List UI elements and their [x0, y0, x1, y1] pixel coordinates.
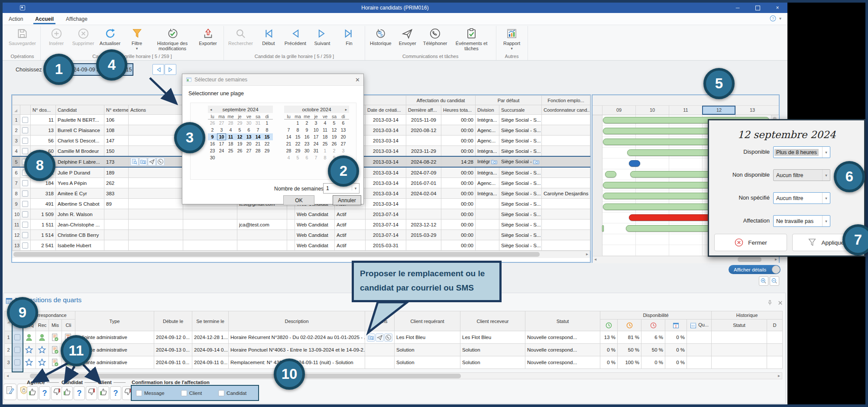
confirmation-option-candidat[interactable]: Candidat — [218, 390, 246, 396]
calendar-day[interactable]: 22 — [262, 140, 272, 147]
calendar-day[interactable] — [244, 154, 253, 161]
calendar-day[interactable]: 7 — [284, 126, 293, 133]
ribbon-button-filtre[interactable]: Filtre▾ — [123, 26, 150, 51]
column-header[interactable] — [618, 320, 641, 331]
row-checkbox[interactable] — [22, 148, 28, 154]
table-row[interactable]: 132 541Isabelle HubertWeb CandidatActif2… — [13, 240, 590, 251]
candidat-question-button[interactable]: ? — [74, 386, 85, 400]
calendar-week-row[interactable]: 16171819202122 — [208, 140, 273, 147]
calendar-day[interactable]: 2 — [330, 147, 339, 154]
calendar-day[interactable]: 8 — [293, 126, 302, 133]
maximize-button[interactable] — [748, 3, 768, 13]
calendar-day[interactable]: 29 — [293, 147, 302, 154]
calendar-day[interactable]: 11 — [226, 133, 235, 140]
calendar-prev-icon[interactable]: ◂ — [208, 107, 214, 112]
column-header[interactable]: N° externe — [104, 105, 129, 115]
column-header[interactable] — [665, 320, 687, 331]
calendar-day[interactable] — [262, 154, 272, 161]
doc-search-action[interactable] — [130, 158, 139, 166]
calendar-day[interactable]: 5 — [235, 126, 244, 133]
calendar-day[interactable]: 14 — [253, 133, 262, 140]
gantt-day-column-13[interactable]: 13 — [735, 106, 769, 115]
gantt-day-column-11[interactable]: 11 — [669, 106, 702, 115]
availability-bar[interactable] — [629, 160, 640, 167]
calendar-day[interactable]: 12 — [330, 126, 339, 133]
calendar-day[interactable]: 19 — [330, 133, 339, 140]
send-action[interactable] — [376, 333, 384, 342]
calendar-day[interactable]: 28 — [253, 147, 262, 154]
row-checkbox[interactable] — [22, 222, 28, 228]
proposal-row[interactable]: 2Adjointe administrative2024-09-13 0...2… — [5, 344, 783, 356]
proposal-row[interactable]: 1Adjointe administrative2024-09-12 0...2… — [5, 331, 783, 344]
calendar-day[interactable]: 18 — [321, 133, 330, 140]
minimize-button[interactable]: ─ — [728, 3, 748, 13]
row-checkbox[interactable] — [22, 191, 28, 197]
column-header[interactable]: Mis — [49, 320, 62, 331]
filter-select-affectation[interactable]: Ne travaille pas▾ — [773, 215, 830, 227]
calendar-day[interactable] — [253, 154, 262, 161]
scroll-right-arrow[interactable]: ▸ — [778, 373, 780, 378]
calendar-day[interactable]: 2 — [302, 120, 311, 126]
column-header[interactable]: Division — [476, 105, 499, 115]
calendar-day[interactable]: 11 — [321, 126, 330, 133]
calendar-week-row[interactable]: 123456 — [284, 120, 349, 126]
agence-thumb-up-button[interactable] — [27, 386, 38, 400]
date-prev-button[interactable] — [152, 64, 164, 75]
fermer-button[interactable]: Fermer — [714, 234, 787, 251]
calendar-day[interactable]: 6 — [302, 154, 311, 161]
client-question-button[interactable]: ? — [110, 386, 121, 400]
calendar-day[interactable]: 10 — [311, 126, 321, 133]
calendar-day[interactable]: 17 — [217, 140, 226, 147]
calendar-day[interactable]: 29 — [235, 120, 244, 126]
table-row[interactable]: 121 514Christine CB BerryWeb CandidatAct… — [13, 230, 590, 240]
calendar-day[interactable]: 30 — [302, 147, 311, 154]
tab-affichage[interactable]: Affichage — [60, 13, 94, 25]
calendar-day[interactable]: 7 — [311, 154, 321, 161]
column-header[interactable]: Se termine le — [192, 311, 229, 331]
calendar-day[interactable]: 10 — [217, 133, 226, 140]
send-action[interactable] — [148, 158, 156, 166]
calendar-day[interactable]: 13 — [244, 133, 253, 140]
ribbon-button-t-l-phoner[interactable]: Téléphoner — [421, 26, 450, 46]
calendar-week-row[interactable]: 78910111213 — [284, 126, 349, 133]
ribbon-button-envoyer[interactable]: Envoyer — [394, 26, 421, 46]
calendar-week-row[interactable]: 9101112131415 — [208, 133, 273, 140]
calendar-day[interactable]: 31 — [253, 120, 262, 126]
calendar-day[interactable]: 9 — [302, 126, 311, 133]
calendar-day[interactable]: 24 — [217, 147, 226, 154]
column-header[interactable]: Statut — [525, 311, 600, 331]
table-row[interactable]: 101 509John R. WalsonWeb CandidatActif20… — [13, 209, 590, 220]
availability-bar[interactable] — [602, 225, 604, 232]
table-row[interactable]: 111 511Jean-Christophe ...jca@test.comWe… — [13, 220, 590, 230]
calendar-day[interactable] — [226, 154, 235, 161]
cancel-button[interactable]: Annuler — [333, 195, 361, 205]
candidat-thumb-down-button[interactable] — [86, 386, 97, 400]
calendar-day[interactable]: 3 — [339, 147, 348, 154]
tab-action[interactable]: Action — [3, 13, 29, 25]
column-header[interactable]: Succursale — [499, 105, 542, 115]
column-header[interactable]: Candidat — [56, 105, 104, 115]
calendar-day[interactable]: 4 — [321, 120, 330, 126]
column-header[interactable]: N° dos... — [31, 105, 56, 115]
column-header[interactable]: Client receveur — [460, 311, 525, 331]
ribbon-button--v-nements-et-t-ches[interactable]: Événements et tâches — [450, 26, 494, 52]
calendar-day[interactable]: 3 — [217, 126, 226, 133]
ribbon-button-rechercher[interactable]: Rechercher — [226, 26, 255, 46]
folder-small-icon[interactable] — [491, 158, 498, 165]
availability-bar[interactable] — [605, 171, 616, 178]
calendar-day[interactable]: 7 — [253, 126, 262, 133]
checkbox[interactable] — [136, 390, 142, 396]
calendar-week-row[interactable]: 30 — [208, 154, 273, 161]
gantt-day-column-10[interactable]: 10 — [635, 106, 669, 115]
calendar-day[interactable]: 26 — [208, 120, 217, 126]
calendar-day[interactable]: 1 — [321, 147, 330, 154]
ribbon-button-actualiser[interactable]: Actualiser — [97, 26, 123, 46]
row-checkbox[interactable] — [22, 242, 28, 249]
calendar-day[interactable]: 28 — [226, 120, 235, 126]
calendar-day[interactable]: 27 — [217, 120, 226, 126]
calendar-day[interactable]: 21 — [253, 140, 262, 147]
checkbox[interactable] — [218, 390, 224, 396]
calendar-day[interactable]: 3 — [311, 120, 321, 126]
checkbox[interactable] — [181, 390, 187, 396]
row-checkbox[interactable] — [22, 117, 28, 123]
